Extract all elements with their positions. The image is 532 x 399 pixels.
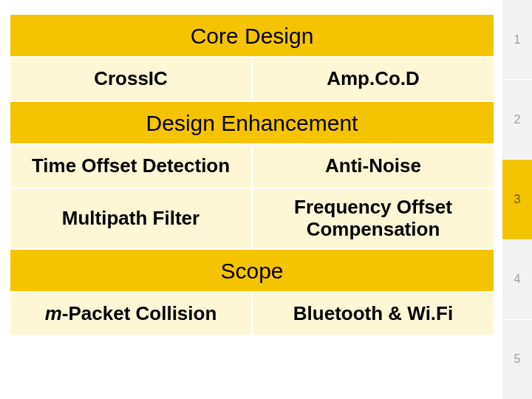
page-tab-5[interactable]: 5: [502, 320, 532, 399]
page-indicator-rail: 1 2 3 4 5: [502, 0, 532, 399]
page-tab-1[interactable]: 1: [502, 0, 532, 80]
enhancement-row-2: Multipath Filter Frequency Offset Compen…: [10, 189, 494, 250]
page-tab-2[interactable]: 2: [502, 80, 532, 160]
cell-ampcod: Amp.Co.D: [253, 58, 494, 100]
page-tab-4[interactable]: 4: [502, 240, 532, 320]
enhancement-row-1: Time Offset Detection Anti-Noise: [10, 145, 494, 189]
m-packet-rest: -Packet Collision: [62, 302, 217, 324]
core-design-row: CrossIC Amp.Co.D: [10, 58, 494, 102]
section-design-enhancement-header: Design Enhancement: [10, 102, 494, 145]
cell-bluetooth-wifi: Bluetooth & Wi.Fi: [253, 293, 494, 335]
cell-crossic: CrossIC: [10, 58, 253, 100]
m-italic-prefix: m: [45, 302, 62, 324]
cell-m-packet-collision: m-Packet Collision: [10, 293, 253, 335]
scope-row: m-Packet Collision Bluetooth & Wi.Fi: [10, 293, 494, 337]
cell-frequency-offset-compensation: Frequency Offset Compensation: [253, 189, 494, 248]
page-tab-3[interactable]: 3: [502, 160, 532, 239]
outline-table: Core Design CrossIC Amp.Co.D Design Enha…: [10, 15, 494, 336]
section-core-design-header: Core Design: [10, 15, 494, 58]
cell-anti-noise: Anti-Noise: [253, 145, 494, 188]
cell-multipath-filter: Multipath Filter: [10, 189, 253, 248]
cell-time-offset-detection: Time Offset Detection: [10, 145, 253, 188]
section-scope-header: Scope: [10, 250, 494, 293]
